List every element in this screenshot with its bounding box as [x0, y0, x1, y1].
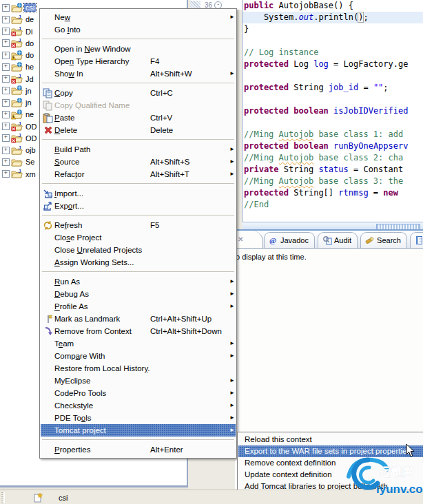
menu-icon-slot [41, 350, 54, 361]
submenu-item-export-to-the-war-file-sets-in-project-properties[interactable]: Export to the WAR file sets in project p… [238, 445, 423, 457]
expand-plus-icon[interactable]: + [2, 147, 10, 154]
tree-item-jn-7[interactable]: +jn [0, 85, 33, 96]
fold-collapse-icon[interactable]: - [214, 1, 222, 9]
menu-item-export[interactable]: Export... [41, 200, 236, 212]
menu-item-label: Copy Qualified Name [54, 99, 150, 112]
expand-plus-icon[interactable]: + [2, 75, 10, 83]
expand-plus-icon[interactable]: + [2, 87, 10, 94]
menu-item-close-project[interactable]: Close Project [41, 231, 236, 244]
tab-javadoc[interactable]: @Javadoc [264, 232, 315, 248]
code-line: protected boolean runByOneAppserv [244, 140, 423, 152]
menu-item-paste[interactable]: PasteCtrl+V [41, 112, 236, 124]
menu-item-properties[interactable]: PropertiesAlt+Enter [41, 443, 236, 456]
submenu-arrow-icon: ► [227, 375, 235, 387]
expand-plus-icon[interactable]: + [2, 63, 10, 71]
tree-item-he-5[interactable]: +he [0, 61, 35, 73]
tree-item-od-11[interactable]: +JOD [0, 132, 39, 144]
menu-item-tomcat-project[interactable]: Tomcat project► [41, 424, 236, 437]
expand-plus-icon[interactable]: + [2, 52, 10, 59]
submenu-item-reload-this-context[interactable]: Reload this context [238, 434, 423, 445]
menu-item-team[interactable]: Team► [41, 337, 236, 350]
menu-item-import[interactable]: Import... [41, 187, 236, 200]
menu-item-label: Close Unrelated Projects [54, 244, 150, 256]
menu-item-label: New [54, 11, 150, 23]
java-editor[interactable]: public AutojobBase() { System.out.printl… [242, 0, 423, 222]
tree-item-di-2[interactable]: +JDi [0, 25, 34, 37]
tree-item-label: Di [24, 28, 34, 36]
submenu-arrow-icon: ► [227, 337, 235, 350]
project-folder-icon: J [11, 26, 23, 36]
tab-history[interactable]: History [410, 232, 423, 248]
code-line: // Log instance [244, 47, 423, 59]
expand-plus-icon[interactable]: + [2, 99, 10, 107]
submenu-item-remove-context-definition[interactable]: Remove context definition [238, 457, 423, 469]
menu-item-go-into[interactable]: Go Into [41, 23, 236, 36]
submenu-arrow-icon: ► [227, 387, 235, 399]
expand-plus-icon[interactable]: + [2, 39, 10, 47]
menu-item-label: Delete [54, 124, 150, 136]
expand-plus-icon[interactable]: + [2, 16, 10, 23]
code-line: protected String job_id = ""; [244, 82, 423, 94]
expand-plus-icon[interactable]: + [2, 158, 10, 166]
menu-item-label: Team [54, 337, 150, 350]
menu-item-close-unrelated-projects[interactable]: Close Unrelated Projects [41, 244, 236, 256]
menu-item-label: Run As [54, 275, 150, 288]
menu-item-assign-working-sets[interactable]: Assign Working Sets... [41, 256, 236, 269]
menu-item-refresh[interactable]: RefreshF5 [41, 219, 236, 231]
menu-item-new[interactable]: New► [41, 11, 236, 23]
menu-item-pde-tools[interactable]: PDE Tools► [41, 412, 236, 424]
tree-item-od-10[interactable]: +JOD [0, 120, 39, 132]
tree-item-csi-0[interactable]: +csi [0, 2, 36, 14]
menu-item-codepro-tools[interactable]: CodePro Tools► [41, 387, 236, 399]
tree-item-ne-9[interactable]: +ne [0, 109, 35, 120]
expand-plus-icon[interactable]: + [2, 134, 10, 142]
expand-plus-icon[interactable]: + [2, 123, 10, 130]
menu-item-refactor[interactable]: RefactorAlt+Shift+T► [41, 168, 236, 180]
svg-text:J: J [19, 133, 21, 138]
tree-item-jd-6[interactable]: +JJd [0, 73, 35, 85]
menu-item-copy[interactable]: CopyCtrl+C [41, 87, 236, 99]
menu-item-label: Debug As [54, 288, 150, 300]
tree-item-se-13[interactable]: +Se [0, 156, 36, 168]
expand-plus-icon[interactable]: + [2, 111, 10, 118]
menu-item-open-in-new-window[interactable]: Open in New Window [41, 43, 236, 55]
expand-plus-icon[interactable]: + [2, 170, 10, 178]
menu-item-delete[interactable]: DeleteDelete [41, 124, 236, 136]
menu-separator [42, 139, 234, 140]
menu-item-myeclipse[interactable]: MyEclipse► [41, 375, 236, 387]
menu-item-source[interactable]: SourceAlt+Shift+S► [41, 156, 236, 168]
tab-search[interactable]: Search [360, 232, 407, 248]
menu-item-build-path[interactable]: Build Path► [41, 143, 236, 156]
tab-audit[interactable]: Audit [318, 232, 358, 248]
close-icon[interactable]: ✕ [238, 235, 243, 243]
submenu-arrow-icon: ► [227, 424, 235, 437]
menu-item-debug-as[interactable]: Debug As► [41, 288, 236, 300]
submenu-arrow-icon: ► [227, 399, 235, 412]
tree-item-jn-8[interactable]: +jn [0, 97, 33, 109]
menu-item-profile-as[interactable]: Profile As► [41, 300, 236, 313]
submenu-arrow-icon: ► [227, 275, 235, 288]
project-folder-icon: J [11, 14, 23, 25]
tree-item-do-4[interactable]: +do [0, 50, 35, 61]
tree-item-ojb-12[interactable]: +Jojb [0, 145, 37, 156]
submenu-item-update-context-definition[interactable]: Update context definition [238, 469, 423, 481]
menu-item-open-type-hierarchy[interactable]: Open Type HierarchyF4 [41, 55, 236, 67]
menu-item-checkstyle[interactable]: Checkstyle► [41, 399, 236, 412]
menu-item-restore-from-local-history[interactable]: Restore from Local History... [41, 362, 236, 375]
expand-plus-icon[interactable]: + [2, 4, 10, 12]
active-tab[interactable]: ✕ [235, 231, 263, 248]
menu-item-remove-from-context[interactable]: Remove from ContextCtrl+Alt+Shift+Down [41, 325, 236, 337]
menu-item-mark-as-landmark[interactable]: Mark as LandmarkCtrl+Alt+Shift+Up [41, 313, 236, 325]
expand-plus-icon[interactable]: + [2, 28, 10, 35]
tree-item-xm-14[interactable]: +Jxm [0, 168, 37, 180]
menu-item-show-in[interactable]: Show InAlt+Shift+W► [41, 67, 236, 80]
tree-item-de-1[interactable]: +Jde [0, 14, 35, 25]
statusbar-grip[interactable] [1, 492, 5, 503]
menu-item-label: Copy [54, 87, 150, 99]
menu-shortcut: Alt+Shift+W [150, 67, 227, 80]
menu-item-run-as[interactable]: Run As► [41, 275, 236, 288]
menu-item-compare-with[interactable]: Compare With► [41, 350, 236, 362]
menu-item-copy-qualified-name[interactable]: Copy Qualified Name [41, 99, 236, 112]
menu-shortcut: F5 [150, 219, 227, 231]
tree-item-do-3[interactable]: +Jdo [0, 37, 35, 49]
